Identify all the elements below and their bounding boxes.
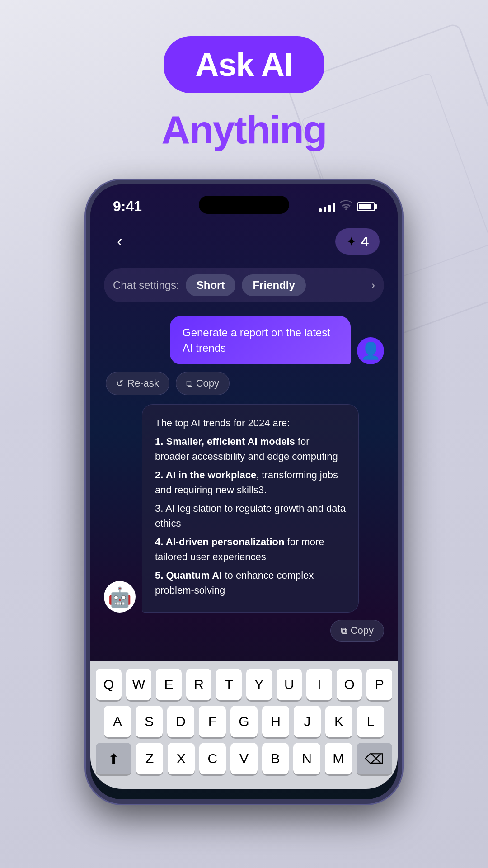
keyboard-row-1: Q W E R T Y U I O P xyxy=(96,669,392,700)
credits-badge[interactable]: ✦ 4 xyxy=(335,228,380,255)
user-avatar-icon: 👤 xyxy=(361,341,381,360)
key-l[interactable]: L xyxy=(357,706,384,737)
battery-icon xyxy=(357,202,375,211)
key-e[interactable]: E xyxy=(156,669,182,700)
key-r[interactable]: R xyxy=(186,669,212,700)
keyboard: Q W E R T Y U I O P A S D F G xyxy=(90,661,398,789)
key-q[interactable]: Q xyxy=(96,669,122,700)
ai-item-1: 1. Smaller, efficient AI models for broa… xyxy=(155,434,346,464)
keyboard-row-3: ⬆ Z X C V B N M ⌫ xyxy=(96,743,392,774)
key-x[interactable]: X xyxy=(168,743,195,774)
anything-text: Anything xyxy=(0,107,488,153)
ai-item-2: 2. AI in the workplace, transforming job… xyxy=(155,467,346,497)
key-v[interactable]: V xyxy=(230,743,258,774)
status-icons xyxy=(319,199,375,213)
chat-settings-label: Chat settings: xyxy=(113,279,179,292)
key-s[interactable]: S xyxy=(136,706,163,737)
user-message-row: Generate a report on the latest AI trend… xyxy=(104,316,384,364)
key-u[interactable]: U xyxy=(277,669,302,700)
back-button[interactable]: ‹ xyxy=(108,230,131,253)
settings-pill-friendly[interactable]: Friendly xyxy=(242,274,305,296)
phone-content: ‹ ✦ 4 Chat settings: Short Friendly › Ge… xyxy=(90,219,398,789)
key-y[interactable]: Y xyxy=(246,669,272,700)
settings-arrow-icon[interactable]: › xyxy=(371,279,375,292)
header-area: Ask AI Anything xyxy=(0,0,488,153)
chat-settings-bar[interactable]: Chat settings: Short Friendly › xyxy=(104,268,384,302)
key-c[interactable]: C xyxy=(199,743,226,774)
copy-icon-top: ⧉ xyxy=(186,378,192,389)
key-i[interactable]: I xyxy=(306,669,332,700)
key-j[interactable]: J xyxy=(294,706,321,737)
ask-ai-badge: Ask AI xyxy=(164,36,324,93)
dynamic-island xyxy=(199,196,289,214)
settings-pill-short[interactable]: Short xyxy=(186,274,236,296)
user-avatar: 👤 xyxy=(357,337,384,364)
action-buttons-row: ↺ Re-ask ⧉ Copy xyxy=(104,372,384,395)
wifi-icon xyxy=(340,199,352,213)
key-o[interactable]: O xyxy=(337,669,362,700)
ai-item-3: 3. AI legislation to regulate growth and… xyxy=(155,501,346,531)
ai-message-row: 🤖 The top AI trends for 2024 are: 1. Sma… xyxy=(104,404,384,613)
key-a[interactable]: A xyxy=(104,706,131,737)
key-f[interactable]: F xyxy=(199,706,226,737)
signal-icon xyxy=(319,201,335,212)
key-d[interactable]: D xyxy=(167,706,194,737)
copy-button-top[interactable]: ⧉ Copy xyxy=(176,372,230,395)
key-m[interactable]: M xyxy=(325,743,352,774)
sparkle-icon: ✦ xyxy=(346,234,357,249)
ai-item-4: 4. AI-driven personalization for more ta… xyxy=(155,534,346,564)
key-w[interactable]: W xyxy=(126,669,152,700)
copy-label-bottom: Copy xyxy=(351,625,374,637)
ask-ai-text: Ask AI xyxy=(195,47,292,83)
phone-mockup: 9:41 xyxy=(86,180,402,804)
reask-label: Re-ask xyxy=(127,377,159,389)
credits-count: 4 xyxy=(361,234,369,249)
shift-key[interactable]: ⬆ xyxy=(96,743,131,774)
copy-label-top: Copy xyxy=(196,377,219,389)
chat-area: Generate a report on the latest AI trend… xyxy=(104,307,384,660)
keyboard-row-2: A S D F G H J K L xyxy=(96,706,392,737)
key-k[interactable]: K xyxy=(325,706,352,737)
key-n[interactable]: N xyxy=(293,743,320,774)
ai-avatar-icon: 🤖 xyxy=(108,586,131,608)
ai-intro: The top AI trends for 2024 are: xyxy=(155,415,346,430)
ai-item-5: 5. Quantum AI to enhance complex problem… xyxy=(155,568,346,598)
key-b[interactable]: B xyxy=(262,743,289,774)
phone-container: 9:41 xyxy=(0,180,488,804)
key-h[interactable]: H xyxy=(262,706,289,737)
key-g[interactable]: G xyxy=(230,706,258,737)
status-time: 9:41 xyxy=(113,198,142,215)
ai-message-bubble: The top AI trends for 2024 are: 1. Small… xyxy=(142,404,359,613)
reask-icon: ↺ xyxy=(116,378,124,389)
copy-icon-bottom: ⧉ xyxy=(341,626,347,636)
user-message-bubble: Generate a report on the latest AI trend… xyxy=(170,316,351,364)
copy-below-row: ⧉ Copy xyxy=(104,620,384,642)
key-p[interactable]: P xyxy=(366,669,392,700)
reask-button[interactable]: ↺ Re-ask xyxy=(106,372,169,395)
key-t[interactable]: T xyxy=(216,669,242,700)
ai-avatar: 🤖 xyxy=(104,581,136,613)
copy-button-bottom[interactable]: ⧉ Copy xyxy=(330,620,384,642)
key-z[interactable]: Z xyxy=(136,743,163,774)
nav-bar: ‹ ✦ 4 xyxy=(104,219,384,264)
delete-key[interactable]: ⌫ xyxy=(357,743,392,774)
